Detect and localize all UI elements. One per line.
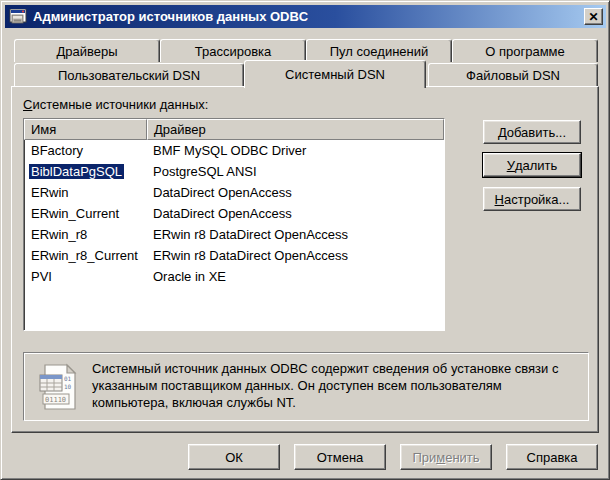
- dsn-name: ERwin: [29, 185, 71, 200]
- dsn-row[interactable]: BiblDataPgSQL PostgreSQL ANSI: [24, 161, 444, 182]
- dsn-driver: DataDirect OpenAccess: [147, 206, 444, 221]
- configure-button[interactable]: Настройка...: [483, 187, 581, 211]
- system-dsn-icon: 01 10 01110: [37, 363, 79, 411]
- apply-button: Применить: [400, 444, 492, 470]
- column-header-driver[interactable]: Драйвер: [147, 119, 444, 140]
- icon-digits: 01110: [45, 396, 66, 404]
- dsn-name: BFactory: [29, 143, 85, 158]
- dsn-list-label: Системные источники данных:: [23, 97, 208, 112]
- dsn-row[interactable]: ERwin_r8_Current ERwin r8 DataDirect Ope…: [24, 245, 444, 266]
- cancel-button[interactable]: Отмена: [294, 444, 386, 470]
- svg-text:10: 10: [64, 383, 72, 390]
- dsn-driver: ERwin r8 DataDirect OpenAccess: [147, 227, 444, 242]
- add-button[interactable]: Добавить...: [483, 120, 581, 144]
- dsn-row[interactable]: ERwin_r8 ERwin r8 DataDirect OpenAccess: [24, 224, 444, 245]
- remove-button[interactable]: Удалить: [483, 153, 581, 177]
- column-header-name[interactable]: Имя: [24, 119, 147, 140]
- tab-about[interactable]: О программе: [452, 39, 598, 62]
- dsn-name: BiblDataPgSQL: [29, 164, 124, 179]
- window-title: Администратор источников данных ODBC: [33, 9, 584, 24]
- tab-system-dsn[interactable]: Системный DSN: [244, 60, 426, 88]
- tab-file-dsn[interactable]: Файловый DSN: [428, 63, 598, 87]
- dsn-row[interactable]: BFactory BMF MySQL ODBC Driver: [24, 140, 444, 161]
- tab-user-dsn[interactable]: Пользовательский DSN: [14, 63, 244, 87]
- dsn-driver: BMF MySQL ODBC Driver: [147, 143, 444, 158]
- tab-label: Трассировка: [195, 44, 272, 59]
- dsn-driver: Oracle in XE: [147, 269, 444, 284]
- tab-label: Пользовательский DSN: [58, 68, 200, 83]
- tab-drivers[interactable]: Драйверы: [14, 39, 160, 62]
- info-panel: 01 10 01110 Системный источник данных OD…: [23, 352, 589, 421]
- ok-button[interactable]: ОК: [188, 444, 280, 470]
- dsn-name: ERwin_Current: [29, 206, 121, 221]
- title-bar[interactable]: Администратор источников данных ODBC ✕: [5, 5, 606, 28]
- dsn-name: ERwin_r8_Current: [29, 248, 140, 263]
- tab-label: Драйверы: [56, 44, 117, 59]
- tab-label: Системный DSN: [285, 67, 385, 82]
- help-button[interactable]: Справка: [506, 444, 598, 470]
- dsn-row[interactable]: ERwin DataDirect OpenAccess: [24, 182, 444, 203]
- dsn-list[interactable]: Имя Драйвер BFactory BMF MySQL ODBC Driv…: [23, 118, 445, 331]
- list-header: Имя Драйвер: [24, 119, 444, 140]
- dsn-driver: ERwin r8 DataDirect OpenAccess: [147, 248, 444, 263]
- close-icon[interactable]: ✕: [584, 8, 603, 25]
- odbc-app-icon: [9, 9, 27, 25]
- tab-label: Пул соединений: [330, 44, 429, 59]
- svg-text:01: 01: [64, 375, 72, 382]
- dsn-name: ERwin_r8: [29, 227, 89, 242]
- tab-label: Файловый DSN: [466, 68, 560, 83]
- dsn-driver: DataDirect OpenAccess: [147, 185, 444, 200]
- dsn-row[interactable]: ERwin_Current DataDirect OpenAccess: [24, 203, 444, 224]
- tab-tracing[interactable]: Трассировка: [160, 39, 306, 62]
- tab-label: О программе: [485, 44, 565, 59]
- dsn-row[interactable]: PVI Oracle in XE: [24, 266, 444, 287]
- odbc-admin-dialog: Администратор источников данных ODBC ✕ Д…: [0, 0, 610, 480]
- info-text: Системный источник данных ODBC содержит …: [92, 360, 570, 411]
- tab-connection-pooling[interactable]: Пул соединений: [306, 39, 452, 62]
- dsn-driver: PostgreSQL ANSI: [147, 164, 444, 179]
- dsn-name: PVI: [29, 269, 54, 284]
